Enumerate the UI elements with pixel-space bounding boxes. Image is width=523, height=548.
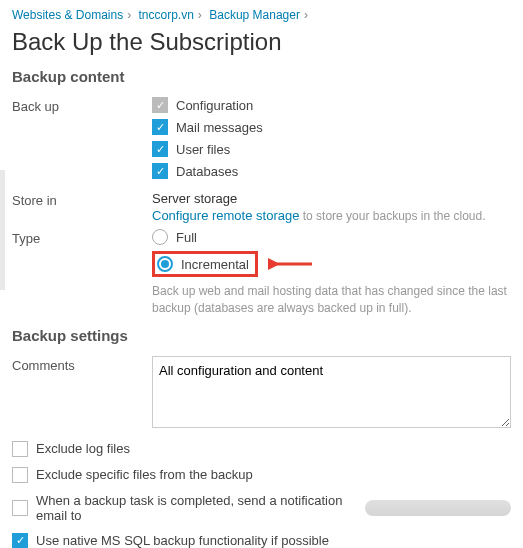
radio-icon bbox=[157, 256, 173, 272]
checkbox-label: Use native MS SQL backup functionality i… bbox=[36, 533, 329, 548]
checkbox-user-files[interactable]: User files bbox=[152, 141, 511, 157]
check-icon bbox=[152, 141, 168, 157]
checkbox-label: Exclude log files bbox=[36, 441, 130, 456]
type-label: Type bbox=[12, 229, 152, 246]
breadcrumb-domain[interactable]: tnccorp.vn bbox=[139, 8, 194, 22]
configure-remote-storage-link[interactable]: Configure remote storage bbox=[152, 208, 299, 223]
storage-value: Server storage bbox=[152, 191, 511, 206]
breadcrumb: Websites & Domains› tnccorp.vn› Backup M… bbox=[12, 8, 511, 22]
storage-hint: to store your backups in the cloud. bbox=[299, 209, 485, 223]
page-title: Back Up the Subscription bbox=[12, 28, 511, 56]
check-icon bbox=[152, 163, 168, 179]
checkbox-exclude-log-files[interactable]: Exclude log files bbox=[12, 441, 511, 457]
checkbox-databases[interactable]: Databases bbox=[152, 163, 511, 179]
store-label: Store in bbox=[12, 191, 152, 208]
check-icon bbox=[12, 467, 28, 483]
checkbox-label: Mail messages bbox=[176, 120, 263, 135]
check-icon bbox=[12, 441, 28, 457]
checkbox-label: User files bbox=[176, 142, 230, 157]
section-backup-settings: Backup settings bbox=[12, 327, 511, 344]
checkbox-label: When a backup task is completed, send a … bbox=[36, 493, 359, 523]
checkbox-label: Exclude specific files from the backup bbox=[36, 467, 253, 482]
radio-icon bbox=[152, 229, 168, 245]
scroll-indicator bbox=[0, 170, 5, 290]
checkbox-notification-email[interactable]: When a backup task is completed, send a … bbox=[12, 493, 511, 523]
annotation-arrow-icon bbox=[268, 255, 314, 273]
section-backup-content: Backup content bbox=[12, 68, 511, 85]
backup-label: Back up bbox=[12, 97, 152, 114]
radio-incremental[interactable]: Incremental bbox=[157, 256, 249, 272]
checkbox-label: Databases bbox=[176, 164, 238, 179]
breadcrumb-websites[interactable]: Websites & Domains bbox=[12, 8, 123, 22]
checkbox-label: Configuration bbox=[176, 98, 253, 113]
comments-textarea[interactable] bbox=[152, 356, 511, 428]
checkbox-native-mssql[interactable]: Use native MS SQL backup functionality i… bbox=[12, 533, 511, 548]
notification-email-field[interactable] bbox=[365, 500, 511, 516]
radio-full[interactable]: Full bbox=[152, 229, 511, 245]
check-icon bbox=[152, 97, 168, 113]
check-icon bbox=[152, 119, 168, 135]
checkbox-mail-messages[interactable]: Mail messages bbox=[152, 119, 511, 135]
radio-label: Incremental bbox=[181, 257, 249, 272]
radio-label: Full bbox=[176, 230, 197, 245]
annotation-highlight-incremental: Incremental bbox=[152, 251, 258, 277]
checkbox-configuration[interactable]: Configuration bbox=[152, 97, 511, 113]
type-description: Back up web and mail hosting data that h… bbox=[152, 283, 511, 317]
checkbox-exclude-specific-files[interactable]: Exclude specific files from the backup bbox=[12, 467, 511, 483]
check-icon bbox=[12, 500, 28, 516]
comments-label: Comments bbox=[12, 356, 152, 373]
breadcrumb-backup-manager[interactable]: Backup Manager bbox=[209, 8, 300, 22]
check-icon bbox=[12, 533, 28, 548]
